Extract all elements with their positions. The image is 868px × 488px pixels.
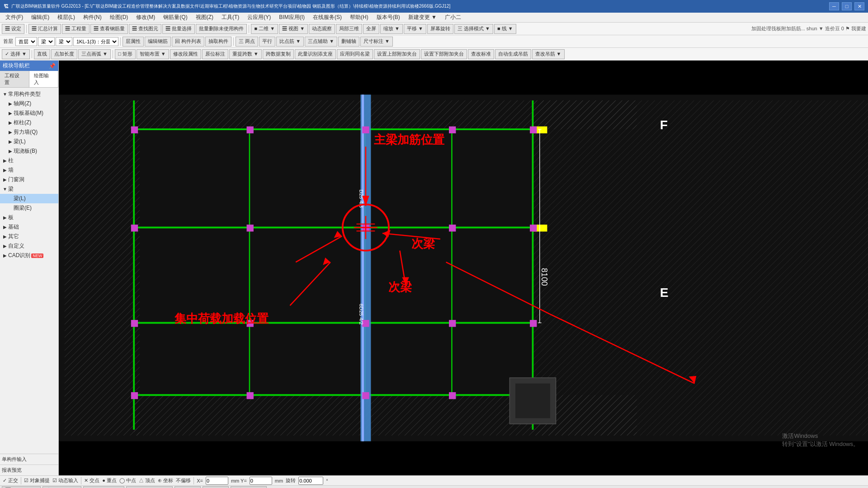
titlebar-right[interactable]: ─ □ ✕ <box>829 2 864 10</box>
menu-item[interactable]: 在线服务(S) <box>309 13 345 22</box>
tb-shang-fu-jiatai[interactable]: 设置上部附加夹台 <box>374 49 420 59</box>
tb-chongti-kuashu[interactable]: 重提跨数 ▼ <box>229 49 262 59</box>
center-snap[interactable]: ◯ 中点 <box>119 477 136 484</box>
tb-chagai-diaojin[interactable]: 查改吊筋 ▼ <box>532 49 565 59</box>
tree-item[interactable]: ▶墙 <box>0 165 58 175</box>
menu-item[interactable]: BIM应用(I) <box>275 13 308 22</box>
tree-item[interactable]: 梁(L) <box>0 194 58 203</box>
tb-dongtai[interactable]: 动态观察 <box>309 24 335 34</box>
tree-toggle[interactable]: ▶ <box>2 253 8 258</box>
tb-piliang[interactable]: ☰ 批量选择 <box>162 24 195 34</box>
menu-item[interactable]: 广小二 <box>441 13 465 22</box>
tb-quanpin[interactable]: 全屏 <box>363 24 379 34</box>
tree-toggle[interactable]: ▶ <box>7 120 14 125</box>
tree-toggle[interactable]: ▼ <box>2 187 8 192</box>
floor-select[interactable]: 首层 <box>15 37 37 46</box>
menu-item[interactable]: 模层(L) <box>54 13 79 22</box>
menu-item[interactable]: 视图(Z) <box>192 13 217 22</box>
panel-pin[interactable]: 📌 <box>49 63 56 69</box>
tree-item[interactable]: ▶筏板基础(M) <box>0 108 58 118</box>
snap-mode[interactable]: ✓ 正交 <box>3 477 18 484</box>
tb-pingxing[interactable]: 平行 <box>259 37 275 47</box>
tb-huizong[interactable]: ☰ 汇总计算 <box>28 24 61 34</box>
tb-liangdian[interactable]: 三 两点 <box>236 37 258 47</box>
tb-zhixian[interactable]: 直线 <box>34 49 50 59</box>
tree-toggle[interactable]: ▶ <box>2 168 8 173</box>
tree-toggle[interactable]: ▶ <box>2 244 8 249</box>
minimize-button[interactable]: ─ <box>829 2 839 10</box>
copy-span-data[interactable]: 🔲 复制跨数据 <box>2 486 41 488</box>
tree-item[interactable]: ▼梁 <box>0 184 58 194</box>
tree-toggle[interactable]: ▶ <box>7 139 14 144</box>
tree-item[interactable]: ▶剪力墙(Q) <box>0 127 58 137</box>
component-select[interactable]: 梁 <box>38 37 55 46</box>
tb-gongchengliang[interactable]: ☰ 工程量 <box>62 24 90 34</box>
delete-col-data[interactable]: ✕ 删除当前列数据 <box>126 486 173 488</box>
max-rebar-code[interactable]: 最高钢筋代号 <box>231 486 267 488</box>
tree-item[interactable]: ▶自定义 <box>0 241 58 251</box>
tree-item[interactable]: ▶梁(L) <box>0 137 58 146</box>
tb-sheding[interactable]: ☰ 设定 <box>2 24 24 34</box>
tree-toggle[interactable]: ▶ <box>2 225 8 230</box>
tb-chazhao[interactable]: ☰ 查找图元 <box>129 24 161 34</box>
tree-toggle[interactable]: ▶ <box>2 215 8 220</box>
tree-toggle[interactable]: ▶ <box>2 177 8 182</box>
tree-item[interactable]: ▼常用构件类型 <box>0 89 58 99</box>
tab-engineering[interactable]: 工程设置 <box>0 71 29 87</box>
tb-pingyi[interactable]: 平移 ▼ <box>404 24 426 34</box>
tb-xia-fu-jiatai[interactable]: 设置下部附加夹台 <box>421 49 467 59</box>
tree-toggle[interactable]: ▶ <box>7 101 14 106</box>
tree-toggle[interactable]: ▶ <box>7 149 14 154</box>
input-col-data[interactable]: 输入当前列数据 <box>83 486 124 488</box>
tb-tonming-liang[interactable]: 应用到同名梁 <box>337 49 373 59</box>
tb-bianji-gangjin[interactable]: 编辑钢筋 <box>145 37 171 47</box>
tb-zhineng-buzhi[interactable]: 智能布置 ▼ <box>137 49 169 59</box>
coord-snap[interactable]: ⊕ 坐标 <box>158 477 173 484</box>
menu-item[interactable]: 版本号(B) <box>373 13 404 22</box>
tree-item[interactable]: ▶其它 <box>0 232 58 241</box>
tb-juxing[interactable]: □ 矩形 <box>115 49 136 59</box>
tb-chagai-biaozhun[interactable]: 查改标准 <box>468 49 494 59</box>
beam-type-select[interactable]: 梁 <box>56 37 72 46</box>
tree-toggle[interactable]: ▶ <box>7 111 14 116</box>
tree-item[interactable]: ▶门窗洞 <box>0 175 58 184</box>
single-input-label[interactable]: 单构件输入 <box>2 456 27 463</box>
menu-item[interactable]: 新建变更 ▼ <box>405 13 440 22</box>
beam-id-select[interactable]: 1KL-1(3)：分层1 <box>73 37 118 46</box>
menu-item[interactable]: 钢筋量(Q) <box>160 13 191 22</box>
tree-toggle[interactable]: ▶ <box>2 234 8 239</box>
tree-item[interactable]: ▶现浇板(B) <box>0 146 58 156</box>
tb-xuanze-mode[interactable]: ✓ 选择 ▼ <box>2 49 30 59</box>
midpoint-snap[interactable]: ● 重点 <box>102 477 117 484</box>
tb-xiugai-shuxing[interactable]: 修改段属性 <box>170 49 201 59</box>
tb-chicun-biaozhu[interactable]: 尺寸标注 ▼ <box>360 37 393 47</box>
tb-xian[interactable]: ■ 线 ▼ <box>494 24 516 34</box>
page-setup[interactable]: 页面设置 <box>175 486 201 488</box>
rotate-input[interactable] <box>298 477 323 485</box>
canvas-area[interactable]: 8100 6D25 4/2 D25 4/3 F E <box>59 61 868 475</box>
menu-item[interactable]: 绘图(D) <box>106 13 132 22</box>
menu-item[interactable]: 编辑(E) <box>28 13 53 22</box>
menu-item[interactable]: 帮助(H) <box>346 13 372 22</box>
tree-toggle[interactable]: ▶ <box>2 158 8 163</box>
tree-item[interactable]: ▶板 <box>0 213 58 222</box>
menu-item[interactable]: 工具(T) <box>218 13 243 22</box>
tb-chouqu[interactable]: 抽取构件 <box>205 37 231 47</box>
tree-toggle[interactable]: ▶ <box>7 130 14 135</box>
tb-shitu[interactable]: ☰ 视图 ▼ <box>279 24 308 34</box>
tb-jubu[interactable]: 局部三维 <box>336 24 362 34</box>
tb-sandian[interactable]: 三点辅助 ▼ <box>305 37 337 47</box>
tree-item[interactable]: ▶轴网(Z) <box>0 99 58 108</box>
tb-yuanwei-biaozhu[interactable]: 原位标注 <box>202 49 228 59</box>
tree-item[interactable]: ▶框柱(Z) <box>0 118 58 127</box>
vertex-snap[interactable]: △ 顶点 <box>139 477 155 484</box>
tb-shibie-zhichuo[interactable]: 此量识别添支座 <box>295 49 336 59</box>
tab-drawing[interactable]: 绘图输入 <box>29 71 59 87</box>
tb-xuanzhuan[interactable]: 屏幕旋转 <box>427 24 453 34</box>
dynamic-input[interactable]: ☑ 动态输入 <box>52 477 78 484</box>
menu-item[interactable]: 修改(M) <box>132 13 159 22</box>
menu-item[interactable]: 文件(F) <box>2 13 27 22</box>
tb-kuashu-fuzhi[interactable]: 跨数据复制 <box>263 49 294 59</box>
tb-2d[interactable]: ■ 二维 ▼ <box>251 24 278 34</box>
tb-shengcheng-diaohjin[interactable]: 自动生成吊筋 <box>495 49 531 59</box>
